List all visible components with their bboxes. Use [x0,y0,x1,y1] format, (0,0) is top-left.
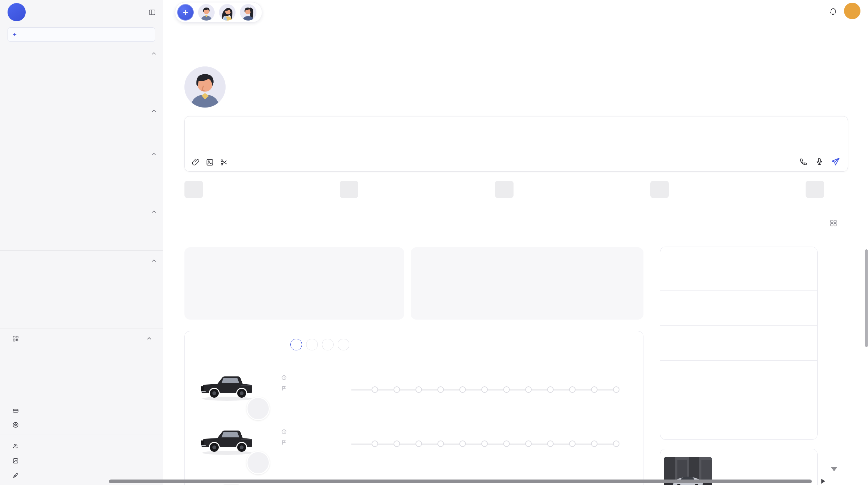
suggestion-chips [184,181,824,198]
vertical-scrollbar[interactable] [865,249,868,347]
sidebar-header [0,0,163,23]
recent-chat-item[interactable] [0,282,163,297]
sidebar-item[interactable] [0,176,163,190]
schedule-panel [660,247,818,440]
milestone-dot [613,440,619,447]
project-row[interactable] [185,365,643,420]
my-favorites[interactable] [0,418,163,432]
cloud-drive-icon [12,407,19,414]
clock-icon [281,429,287,434]
recent-chats-view-all[interactable] [0,311,163,325]
sidebar-item[interactable] [0,190,163,204]
milestone-dot [481,440,488,447]
attachment-icon[interactable] [192,158,200,166]
section-my-todo[interactable] [0,104,163,118]
app-item-project-mgmt[interactable] [0,346,163,360]
project-owner-badge [246,451,270,474]
suggestion-chip[interactable] [806,181,824,198]
suggestion-chip[interactable] [184,181,203,198]
project-dashboard-card [184,331,643,485]
app-item-product-mgmt[interactable] [0,360,163,374]
my-review-card [411,247,643,320]
sidebar-item[interactable] [0,133,163,147]
milestone-dot [437,440,444,447]
sidebar-item[interactable] [0,89,163,104]
suggestion-chip[interactable] [495,181,514,198]
divider [0,328,163,328]
horizontal-scrollbar[interactable] [109,480,812,483]
app-item-change-mgmt[interactable] [0,374,163,389]
section-agent-done[interactable] [0,46,163,61]
project-dates [281,429,290,434]
agent-avatar-3[interactable] [240,4,256,21]
project-row[interactable] [185,420,643,474]
milestone-dot [591,386,598,393]
sidebar-item[interactable] [0,233,163,248]
user-avatar[interactable] [844,3,860,19]
schedule-item [660,326,817,361]
section-ai-review[interactable] [0,147,163,161]
main-area: + [163,0,868,485]
collapse-sidebar-icon[interactable] [148,9,156,16]
send-icon[interactable] [831,157,840,166]
divider [0,435,163,435]
section-recent-chats[interactable] [0,253,163,268]
new-chat-button[interactable]: + [8,27,155,42]
layout-grid-icon[interactable] [830,219,837,227]
milestone-dot [525,386,532,393]
apps-grid-icon [12,335,19,342]
chat-input[interactable] [192,123,776,148]
milestone-dot [459,386,466,393]
stat-pending-review [594,260,639,266]
sidebar-item[interactable] [0,161,163,176]
help-me-write[interactable] [0,453,163,468]
image-icon[interactable] [206,158,214,166]
star-badge-icon [12,422,19,428]
sidebar-item[interactable] [0,118,163,133]
suggestion-chip[interactable] [650,181,669,198]
tab-new-body[interactable] [306,339,318,350]
ai-super-staff[interactable] [0,439,163,453]
microphone-icon[interactable] [815,157,824,166]
apps-view-all[interactable] [0,389,163,403]
my-cloud-space[interactable] [0,403,163,418]
add-agent-button[interactable]: + [177,4,194,21]
scroll-right-arrow[interactable] [821,479,825,484]
milestone-dot [394,440,400,447]
milestone-dot [459,440,466,447]
recent-chat-item[interactable] [0,268,163,282]
phone-call-icon[interactable] [799,157,808,166]
my-apps-header[interactable] [0,331,163,346]
agent-avatar-2[interactable] [219,4,236,21]
milestone-dot [547,440,554,447]
suggestion-chip[interactable] [340,181,358,198]
milestone-dot [569,440,576,447]
agent-avatar-1[interactable] [198,4,215,21]
chevron-up-icon [152,153,156,156]
scroll-down-arrow[interactable] [831,467,837,471]
sidebar-item[interactable] [0,219,163,233]
recent-chat-item[interactable] [0,297,163,311]
milestone-dot [547,386,554,393]
sidebar: + [0,0,163,485]
write-icon [12,458,19,464]
dashboard-tabs [290,339,349,350]
project-flag-milestone [281,440,290,445]
truck-image [200,424,254,458]
schedule-item [660,256,817,291]
notification-bell-icon[interactable] [829,7,837,16]
app-logo [8,3,26,21]
section-my-review[interactable] [0,204,163,219]
milestone-dot [503,440,510,447]
tab-powertrain-dev[interactable] [338,339,349,350]
tab-model-year[interactable] [322,339,334,350]
quill-icon [12,472,19,478]
sidebar-item[interactable] [0,61,163,75]
milestone-dot [525,440,532,447]
scissors-icon[interactable] [220,158,228,166]
sidebar-item[interactable] [0,75,163,89]
milestone-dot [437,386,444,393]
plus-icon: + [13,31,16,38]
milestone-dot [613,386,619,393]
tab-all-new-platform[interactable] [290,339,302,350]
